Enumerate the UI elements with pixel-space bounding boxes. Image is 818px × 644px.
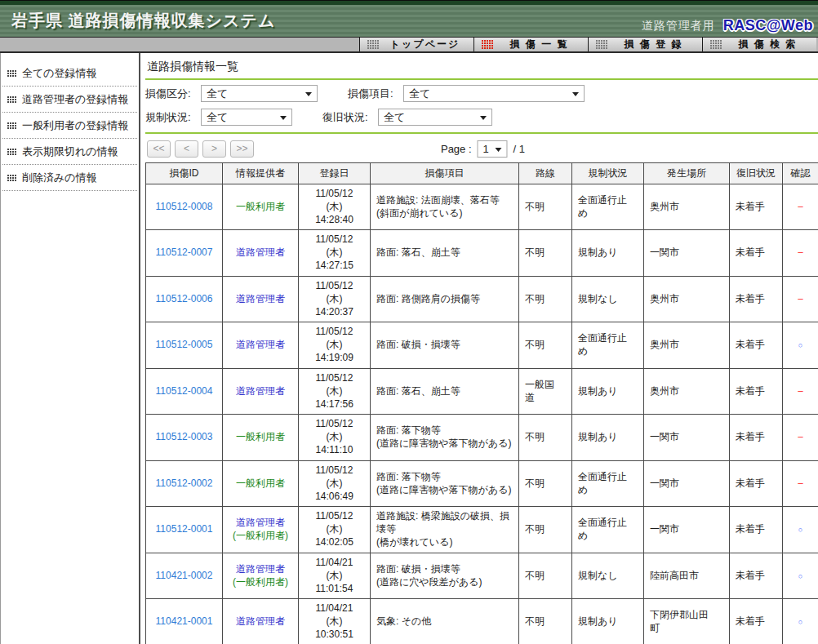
damage-id-cell: 110512-0005 bbox=[146, 322, 223, 368]
regulation-status-value: 全て bbox=[207, 110, 228, 125]
grid-icon bbox=[596, 40, 608, 50]
damage-id-link[interactable]: 110421-0002 bbox=[156, 570, 213, 581]
provider-cell: 一般利用者 bbox=[223, 460, 299, 506]
date-line: (木) bbox=[305, 339, 364, 352]
pagination-prev-button[interactable]: < bbox=[175, 140, 198, 158]
page-label: Page : bbox=[441, 143, 472, 155]
grid-icon bbox=[7, 175, 16, 182]
sidebar-item-road-admin-registrations[interactable]: 道路管理者の登録情報 bbox=[2, 87, 137, 113]
tab-top-page[interactable]: トップページ bbox=[359, 38, 473, 51]
date-line: (木) bbox=[305, 201, 364, 214]
page-number-value: 1 bbox=[483, 143, 489, 155]
confirm-marker[interactable]: ○ bbox=[798, 618, 802, 626]
confirm-marker[interactable]: − bbox=[798, 385, 804, 398]
damage-item-select[interactable]: 全て bbox=[403, 85, 585, 102]
app-title: 岩手県 道路損傷情報収集システム bbox=[11, 10, 275, 32]
tab-damage-search[interactable]: 損 傷 検 索 bbox=[702, 38, 816, 51]
damage-id-link[interactable]: 110421-0001 bbox=[156, 615, 213, 627]
grid-dot bbox=[710, 40, 712, 42]
confirm-marker[interactable]: − bbox=[798, 293, 804, 305]
provider-cell: 道路管理者 bbox=[223, 599, 299, 644]
provider-sub-label: (一般利用者) bbox=[229, 576, 292, 589]
damage-id-link[interactable]: 110512-0007 bbox=[156, 246, 213, 258]
date-line: (木) bbox=[305, 477, 364, 491]
provider-sub-label: (一般利用者) bbox=[229, 530, 292, 543]
table-row: 110421-0001道路管理者11/04/21(木)10:30:51気象: そ… bbox=[146, 599, 818, 644]
place-cell: 一関市 bbox=[644, 415, 730, 460]
confirm-marker[interactable]: ○ bbox=[798, 572, 802, 580]
place-cell: 陸前高田市 bbox=[644, 553, 730, 598]
date-line: (木) bbox=[305, 246, 364, 260]
regulation-status-label: 規制状況: bbox=[145, 110, 196, 125]
tab-damage-register[interactable]: 損 傷 登 録 bbox=[588, 38, 702, 51]
confirm-marker[interactable]: − bbox=[798, 431, 804, 443]
sidebar-item-expired-info[interactable]: 表示期限切れの情報 bbox=[2, 139, 137, 165]
header-right: 道路管理者用 RASC@Web bbox=[642, 17, 813, 34]
tab-damage-list[interactable]: 損 傷 一 覧 bbox=[473, 38, 588, 51]
place-cell: 奥州市 bbox=[644, 322, 730, 368]
sidebar-item-general-user-registrations[interactable]: 一般利用者の登録情報 bbox=[2, 113, 137, 139]
content: 全ての登録情報道路管理者の登録情報一般利用者の登録情報表示期限切れの情報削除済み… bbox=[0, 53, 818, 644]
regulation-cell: 規制なし bbox=[572, 553, 644, 598]
place-cell: 下閉伊郡山田町 bbox=[644, 599, 730, 644]
grid-dot bbox=[7, 122, 9, 124]
confirm-marker[interactable]: − bbox=[798, 246, 804, 259]
registered-date-cell: 11/05/12(木)14:27:15 bbox=[299, 230, 371, 276]
regulation-cell: 全面通行止め bbox=[572, 460, 644, 506]
page-number-select[interactable]: 1 bbox=[478, 140, 508, 158]
recovery-status-select[interactable]: 全て bbox=[378, 109, 492, 126]
damage-id-link[interactable]: 110512-0005 bbox=[156, 339, 213, 350]
chevron-down-icon bbox=[480, 116, 487, 120]
damage-id-link[interactable]: 110512-0008 bbox=[156, 201, 213, 212]
damage-category-select[interactable]: 全て bbox=[201, 85, 318, 102]
column-header: 復旧状況 bbox=[730, 163, 783, 184]
pagination-next-button[interactable]: > bbox=[202, 140, 226, 158]
damage-id-link[interactable]: 110512-0006 bbox=[156, 293, 213, 304]
damage-table: 損傷ID情報提供者登録日損傷項目路線規制状況発生場所復旧状況確認 110512-… bbox=[145, 162, 818, 644]
damage-item-text: 道路施設: 橋梁施設の破損、損壊等 bbox=[376, 510, 513, 536]
damage-id-link[interactable]: 110512-0002 bbox=[156, 477, 213, 489]
date-line: 14:19:09 bbox=[305, 352, 364, 365]
confirm-marker[interactable]: ○ bbox=[798, 341, 802, 349]
page-title: 道路損傷情報一覧 bbox=[147, 60, 818, 74]
confirm-marker[interactable]: − bbox=[798, 477, 804, 490]
grid-dot bbox=[596, 40, 598, 42]
page-counter: Page : 1 / 1 bbox=[441, 140, 525, 158]
damage-id-link[interactable]: 110512-0004 bbox=[156, 385, 213, 397]
registered-date-cell: 11/04/21(木)10:30:51 bbox=[299, 599, 371, 644]
pagination-last-button[interactable]: >> bbox=[230, 140, 254, 158]
table-row: 110421-0002道路管理者(一般利用者)11/04/21(木)11:01:… bbox=[146, 553, 818, 598]
place-cell: 奥州市 bbox=[644, 184, 730, 230]
provider-label: 一般利用者 bbox=[229, 201, 292, 214]
tab-label: 損 傷 一 覧 bbox=[494, 38, 588, 51]
page-total-label: / 1 bbox=[513, 143, 525, 155]
sidebar-item-deleted-info[interactable]: 削除済みの情報 bbox=[2, 165, 137, 191]
regulation-status-select[interactable]: 全て bbox=[201, 109, 292, 126]
sidebar-item-all-registrations[interactable]: 全ての登録情報 bbox=[2, 60, 137, 87]
pagination-first-button[interactable]: << bbox=[147, 140, 171, 158]
sidebar-item-label: 一般利用者の登録情報 bbox=[22, 118, 128, 133]
registered-date-cell: 11/05/12(木)14:02:05 bbox=[299, 507, 371, 553]
place-cell: 奥州市 bbox=[644, 276, 730, 322]
confirm-marker[interactable]: ○ bbox=[798, 526, 802, 534]
date-line: 14:02:05 bbox=[305, 536, 364, 549]
chevron-down-icon bbox=[280, 116, 287, 120]
damage-item-detail: (道路に障害物や落下物がある) bbox=[376, 484, 513, 497]
confirm-marker[interactable]: − bbox=[798, 201, 804, 213]
registered-date-cell: 11/05/12(木)14:06:49 bbox=[299, 460, 371, 506]
damage-id-link[interactable]: 110512-0001 bbox=[156, 523, 213, 535]
damage-id-link[interactable]: 110512-0003 bbox=[156, 431, 213, 442]
place-cell: 奥州市 bbox=[644, 368, 730, 414]
column-header: 損傷項目 bbox=[371, 163, 519, 184]
recovery-cell: 未着手 bbox=[730, 460, 783, 506]
confirm-cell: − bbox=[783, 368, 818, 414]
provider-label: 一般利用者 bbox=[229, 431, 292, 444]
confirm-cell: − bbox=[783, 460, 818, 506]
tab-label: トップページ bbox=[380, 38, 473, 51]
date-line: 11/05/12 bbox=[305, 464, 364, 477]
table-row: 110512-0006道路管理者11/05/12(木)14:20:37路面: 路… bbox=[146, 276, 818, 322]
app-window: 岩手県 道路損傷情報収集システム 道路管理者用 RASC@Web トップページ損… bbox=[0, 0, 818, 644]
damage-item-value: 全て bbox=[409, 87, 430, 101]
filter-damage-item: 損傷項目:全て bbox=[348, 85, 585, 102]
regulation-cell: 規制なし bbox=[572, 276, 644, 322]
